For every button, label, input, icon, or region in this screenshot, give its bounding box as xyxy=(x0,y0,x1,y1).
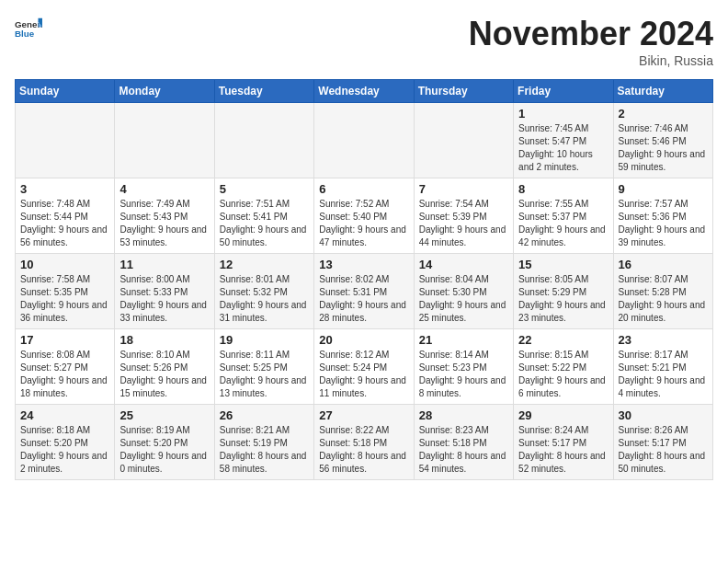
day-info: Sunrise: 8:19 AM Sunset: 5:20 PM Dayligh… xyxy=(119,424,209,476)
weekday-header-cell: Wednesday xyxy=(314,80,414,103)
calendar-day-cell xyxy=(314,103,414,178)
day-number: 10 xyxy=(20,258,109,271)
day-number: 13 xyxy=(319,258,408,271)
calendar-day-cell: 13Sunrise: 8:02 AM Sunset: 5:31 PM Dayli… xyxy=(314,254,414,329)
day-info: Sunrise: 8:26 AM Sunset: 5:17 PM Dayligh… xyxy=(619,424,708,476)
day-number: 7 xyxy=(419,182,508,196)
calendar-day-cell: 22Sunrise: 8:15 AM Sunset: 5:22 PM Dayli… xyxy=(514,329,613,405)
day-info: Sunrise: 7:55 AM Sunset: 5:37 PM Dayligh… xyxy=(518,198,608,249)
calendar-day-cell: 21Sunrise: 8:14 AM Sunset: 5:23 PM Dayli… xyxy=(414,329,513,405)
day-number: 24 xyxy=(20,408,109,422)
calendar-day-cell: 18Sunrise: 8:10 AM Sunset: 5:26 PM Dayli… xyxy=(115,329,214,405)
logo: General Blue xyxy=(15,15,42,42)
calendar-day-cell: 26Sunrise: 8:21 AM Sunset: 5:19 PM Dayli… xyxy=(214,405,313,480)
location: Bikin, Russia xyxy=(469,53,713,68)
day-info: Sunrise: 8:02 AM Sunset: 5:31 PM Dayligh… xyxy=(319,273,408,325)
day-number: 23 xyxy=(619,333,708,347)
day-number: 30 xyxy=(619,408,708,422)
month-title: November 2024 xyxy=(469,15,713,53)
calendar-day-cell: 29Sunrise: 8:24 AM Sunset: 5:17 PM Dayli… xyxy=(514,405,613,480)
weekday-header-cell: Thursday xyxy=(414,80,513,103)
day-number: 17 xyxy=(20,333,109,347)
day-number: 28 xyxy=(419,408,508,422)
day-number: 14 xyxy=(419,258,508,271)
page-header: General Blue November 2024 Bikin, Russia xyxy=(15,15,713,68)
day-number: 3 xyxy=(20,182,109,196)
day-number: 29 xyxy=(518,408,608,422)
day-info: Sunrise: 8:17 AM Sunset: 5:21 PM Dayligh… xyxy=(619,349,708,400)
calendar-week-row: 3Sunrise: 7:48 AM Sunset: 5:44 PM Daylig… xyxy=(16,178,713,254)
calendar-day-cell: 4Sunrise: 7:49 AM Sunset: 5:43 PM Daylig… xyxy=(115,178,214,254)
day-info: Sunrise: 8:23 AM Sunset: 5:18 PM Dayligh… xyxy=(419,424,508,476)
calendar-week-row: 17Sunrise: 8:08 AM Sunset: 5:27 PM Dayli… xyxy=(16,329,713,405)
day-number: 2 xyxy=(619,107,708,121)
day-number: 22 xyxy=(518,333,608,347)
day-number: 27 xyxy=(319,408,408,422)
calendar-week-row: 10Sunrise: 7:58 AM Sunset: 5:35 PM Dayli… xyxy=(16,254,713,329)
day-info: Sunrise: 7:57 AM Sunset: 5:36 PM Dayligh… xyxy=(619,198,708,249)
calendar-day-cell: 17Sunrise: 8:08 AM Sunset: 5:27 PM Dayli… xyxy=(16,329,115,405)
weekday-header-cell: Sunday xyxy=(16,80,115,103)
day-number: 25 xyxy=(119,408,209,422)
calendar-day-cell: 9Sunrise: 7:57 AM Sunset: 5:36 PM Daylig… xyxy=(613,178,712,254)
day-info: Sunrise: 8:10 AM Sunset: 5:26 PM Dayligh… xyxy=(119,349,209,400)
day-number: 6 xyxy=(319,182,408,196)
calendar-day-cell: 30Sunrise: 8:26 AM Sunset: 5:17 PM Dayli… xyxy=(613,405,712,480)
day-number: 9 xyxy=(619,182,708,196)
weekday-header-cell: Friday xyxy=(514,80,613,103)
day-info: Sunrise: 7:45 AM Sunset: 5:47 PM Dayligh… xyxy=(518,122,608,174)
day-number: 20 xyxy=(319,333,408,347)
calendar-day-cell: 23Sunrise: 8:17 AM Sunset: 5:21 PM Dayli… xyxy=(613,329,712,405)
day-number: 4 xyxy=(119,182,209,196)
calendar-day-cell xyxy=(414,103,513,178)
day-info: Sunrise: 7:52 AM Sunset: 5:40 PM Dayligh… xyxy=(319,198,408,249)
calendar-day-cell: 12Sunrise: 8:01 AM Sunset: 5:32 PM Dayli… xyxy=(214,254,313,329)
calendar-day-cell xyxy=(115,103,214,178)
day-info: Sunrise: 8:18 AM Sunset: 5:20 PM Dayligh… xyxy=(20,424,109,476)
calendar-day-cell: 27Sunrise: 8:22 AM Sunset: 5:18 PM Dayli… xyxy=(314,405,414,480)
day-info: Sunrise: 8:21 AM Sunset: 5:19 PM Dayligh… xyxy=(220,424,309,476)
calendar-week-row: 1Sunrise: 7:45 AM Sunset: 5:47 PM Daylig… xyxy=(16,103,713,178)
calendar-day-cell: 5Sunrise: 7:51 AM Sunset: 5:41 PM Daylig… xyxy=(214,178,313,254)
svg-text:Blue: Blue xyxy=(15,29,35,39)
day-number: 11 xyxy=(119,258,209,271)
weekday-header-cell: Saturday xyxy=(613,80,712,103)
calendar-day-cell xyxy=(214,103,313,178)
weekday-header-cell: Tuesday xyxy=(214,80,313,103)
day-info: Sunrise: 8:01 AM Sunset: 5:32 PM Dayligh… xyxy=(220,273,309,325)
title-block: November 2024 Bikin, Russia xyxy=(469,15,713,68)
day-number: 21 xyxy=(419,333,508,347)
day-info: Sunrise: 7:48 AM Sunset: 5:44 PM Dayligh… xyxy=(20,198,109,249)
calendar-day-cell: 24Sunrise: 8:18 AM Sunset: 5:20 PM Dayli… xyxy=(16,405,115,480)
calendar-day-cell: 11Sunrise: 8:00 AM Sunset: 5:33 PM Dayli… xyxy=(115,254,214,329)
calendar-day-cell: 8Sunrise: 7:55 AM Sunset: 5:37 PM Daylig… xyxy=(514,178,613,254)
day-number: 15 xyxy=(518,258,608,271)
calendar-week-row: 24Sunrise: 8:18 AM Sunset: 5:20 PM Dayli… xyxy=(16,405,713,480)
day-info: Sunrise: 7:58 AM Sunset: 5:35 PM Dayligh… xyxy=(20,273,109,325)
day-number: 19 xyxy=(220,333,309,347)
calendar-day-cell: 7Sunrise: 7:54 AM Sunset: 5:39 PM Daylig… xyxy=(414,178,513,254)
day-info: Sunrise: 7:49 AM Sunset: 5:43 PM Dayligh… xyxy=(119,198,209,249)
day-info: Sunrise: 8:00 AM Sunset: 5:33 PM Dayligh… xyxy=(119,273,209,325)
day-info: Sunrise: 8:08 AM Sunset: 5:27 PM Dayligh… xyxy=(20,349,109,400)
calendar-table: SundayMondayTuesdayWednesdayThursdayFrid… xyxy=(15,79,713,480)
logo-icon: General Blue xyxy=(15,15,42,42)
calendar-day-cell: 14Sunrise: 8:04 AM Sunset: 5:30 PM Dayli… xyxy=(414,254,513,329)
calendar-day-cell xyxy=(16,103,115,178)
day-info: Sunrise: 8:11 AM Sunset: 5:25 PM Dayligh… xyxy=(220,349,309,400)
calendar-day-cell: 1Sunrise: 7:45 AM Sunset: 5:47 PM Daylig… xyxy=(514,103,613,178)
calendar-day-cell: 20Sunrise: 8:12 AM Sunset: 5:24 PM Dayli… xyxy=(314,329,414,405)
day-info: Sunrise: 8:05 AM Sunset: 5:29 PM Dayligh… xyxy=(518,273,608,325)
calendar-day-cell: 6Sunrise: 7:52 AM Sunset: 5:40 PM Daylig… xyxy=(314,178,414,254)
calendar-day-cell: 15Sunrise: 8:05 AM Sunset: 5:29 PM Dayli… xyxy=(514,254,613,329)
day-info: Sunrise: 8:14 AM Sunset: 5:23 PM Dayligh… xyxy=(419,349,508,400)
calendar-body: 1Sunrise: 7:45 AM Sunset: 5:47 PM Daylig… xyxy=(16,103,713,480)
weekday-header-cell: Monday xyxy=(115,80,214,103)
day-info: Sunrise: 8:07 AM Sunset: 5:28 PM Dayligh… xyxy=(619,273,708,325)
day-info: Sunrise: 8:04 AM Sunset: 5:30 PM Dayligh… xyxy=(419,273,508,325)
day-number: 5 xyxy=(220,182,309,196)
calendar-day-cell: 19Sunrise: 8:11 AM Sunset: 5:25 PM Dayli… xyxy=(214,329,313,405)
day-info: Sunrise: 8:22 AM Sunset: 5:18 PM Dayligh… xyxy=(319,424,408,476)
day-number: 16 xyxy=(619,258,708,271)
day-info: Sunrise: 8:24 AM Sunset: 5:17 PM Dayligh… xyxy=(518,424,608,476)
